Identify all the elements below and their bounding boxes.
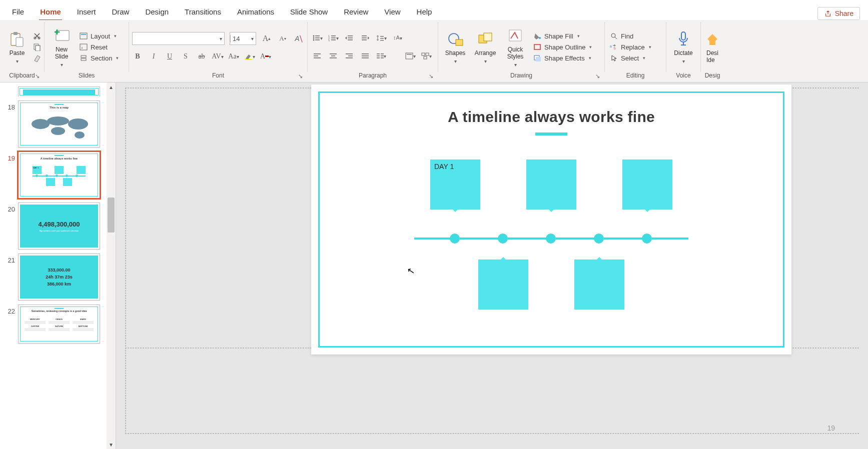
layout-dropdown-icon[interactable]: ▾ (114, 34, 117, 38)
paste-dropdown-icon[interactable]: ▾ (16, 58, 19, 64)
columns-icon[interactable]: ▾ (375, 50, 388, 62)
font-name-combo[interactable]: ▾ (132, 32, 225, 45)
shapes-button[interactable]: Shapes▾ (441, 24, 469, 70)
shape-fill-button[interactable]: Shape Fill▾ (531, 32, 601, 40)
tab-draw[interactable]: Draw (104, 4, 137, 20)
smartart-icon[interactable]: ▾ (420, 50, 433, 62)
svg-rect-39 (314, 58, 321, 58)
select-button[interactable]: Select▾ (608, 54, 663, 62)
share-label: Share (835, 10, 853, 18)
section-button[interactable]: Section ▾ (78, 54, 126, 62)
title-accent (535, 132, 567, 136)
change-case-icon[interactable]: Aa▾ (228, 51, 239, 62)
slide-thumb[interactable]: 21 333,000.00 24h 37m 23s 386,000 km (0, 252, 107, 302)
shadow-icon[interactable]: S (180, 51, 191, 62)
new-slide-dropdown-icon[interactable]: ▾ (61, 62, 63, 68)
highlight-icon[interactable]: ▾ (244, 51, 255, 62)
timeline-callout-top[interactable] (526, 160, 576, 210)
timeline-callout-top[interactable]: DAY 1 (430, 160, 480, 210)
italic-icon[interactable]: I (148, 51, 159, 62)
timeline-dot[interactable] (546, 234, 556, 244)
shape-outline-button[interactable]: Shape Outline▾ (531, 43, 601, 51)
tab-help[interactable]: Help (409, 4, 440, 20)
line-spacing-icon[interactable]: ▾ (375, 32, 388, 44)
slide-canvas-area[interactable]: A timeline always works fine DAY 1 (116, 82, 868, 449)
section-dropdown-icon[interactable]: ▾ (116, 56, 119, 60)
menu-tabs: File Home Insert Draw Design Transitions… (0, 0, 868, 20)
numbering-icon[interactable]: 123▾ (327, 32, 340, 44)
reset-button[interactable]: Reset (78, 43, 126, 51)
copy-icon[interactable] (33, 43, 41, 51)
font-launcher-icon[interactable]: ↘ (298, 73, 305, 80)
replace-button[interactable]: ab Replace▾ (608, 43, 663, 51)
align-left-icon[interactable] (311, 50, 324, 62)
scrollbar-thumb[interactable] (108, 198, 115, 232)
clear-formatting-icon[interactable]: A⧹ (293, 33, 304, 44)
find-button[interactable]: Find (608, 32, 663, 40)
increase-font-icon[interactable]: A▴ (261, 33, 272, 44)
font-name-input[interactable] (133, 35, 218, 42)
tab-home[interactable]: Home (32, 4, 69, 20)
scroll-down-icon[interactable]: ▼ (107, 440, 116, 449)
timeline-dot[interactable] (594, 234, 604, 244)
cut-icon[interactable] (33, 32, 41, 40)
font-size-input[interactable] (230, 35, 249, 42)
shape-effects-button[interactable]: Shape Effects▾ (531, 54, 601, 62)
scroll-up-icon[interactable]: ▲ (107, 82, 116, 92)
quick-styles-button[interactable]: Quick Styles▾ (501, 24, 529, 70)
tab-file[interactable]: File (4, 4, 32, 20)
layout-button[interactable]: Layout ▾ (78, 32, 126, 40)
tab-slide-show[interactable]: Slide Show (282, 4, 336, 20)
font-color-icon[interactable]: A▾ (260, 51, 271, 62)
tab-review[interactable]: Review (336, 4, 376, 20)
font-size-combo[interactable]: ▾ (230, 32, 256, 45)
slide-thumb[interactable]: 22 Sometimes, reviewing concepts is a go… (0, 302, 107, 346)
paste-button[interactable]: Paste ▾ (3, 24, 31, 70)
strike-icon[interactable]: ab (196, 51, 207, 62)
timeline-dot[interactable] (450, 234, 460, 244)
thumb-scrollbar[interactable]: ▲ ▼ (107, 82, 116, 449)
paragraph-launcher-icon[interactable]: ↘ (429, 73, 436, 80)
tab-insert[interactable]: Insert (69, 4, 104, 20)
slide-thumb[interactable]: 20 4,498,300,000 Big numbers catch your … (0, 200, 107, 252)
align-right-icon[interactable] (343, 50, 356, 62)
tab-view[interactable]: View (376, 4, 408, 20)
clipboard-launcher-icon[interactable]: ↘ (35, 73, 42, 80)
text-direction-icon[interactable]: ↕A▾ (391, 32, 404, 44)
dictate-button[interactable]: Dictate▾ (669, 24, 697, 70)
font-name-dropdown-icon[interactable]: ▾ (218, 36, 224, 42)
align-center-icon[interactable] (327, 50, 340, 62)
bold-icon[interactable]: B (132, 51, 143, 62)
increase-indent-icon[interactable] (359, 32, 372, 44)
decrease-font-icon[interactable]: A▾ (277, 33, 288, 44)
tab-design[interactable]: Design (137, 4, 177, 20)
underline-icon[interactable]: U (164, 51, 175, 62)
design-ideas-button[interactable]: Desi Ide (704, 24, 721, 70)
new-slide-button[interactable]: New Slide ▾ (48, 24, 76, 70)
justify-icon[interactable] (359, 50, 372, 62)
slide-thumb-selected[interactable]: 19 A timeline always works fine DAY 1 (0, 150, 107, 200)
timeline-dot[interactable] (498, 234, 508, 244)
bullets-icon[interactable]: ▾ (311, 32, 324, 44)
timeline-dot[interactable] (642, 234, 652, 244)
arrange-button[interactable]: Arrange▾ (471, 24, 499, 70)
timeline-callout-bottom[interactable] (478, 260, 528, 310)
align-text-icon[interactable]: ▾ (404, 50, 417, 62)
svg-text:↕A: ↕A (393, 34, 400, 40)
slide-thumb[interactable]: 18 This is a map (0, 98, 107, 150)
share-button[interactable]: Share (817, 7, 860, 20)
slide[interactable]: A timeline always works fine DAY 1 (311, 84, 791, 354)
slide-thumb[interactable] (0, 84, 107, 98)
tab-animations[interactable]: Animations (229, 4, 282, 20)
char-spacing-icon[interactable]: AV▾ (212, 51, 223, 62)
timeline[interactable]: DAY 1 ↖ (311, 160, 791, 340)
font-size-dropdown-icon[interactable]: ▾ (249, 36, 256, 42)
timeline-callout-top[interactable] (622, 160, 672, 210)
tab-transitions[interactable]: Transitions (177, 4, 229, 20)
callout-label[interactable]: DAY 1 (434, 162, 454, 170)
slide-title[interactable]: A timeline always works fine (311, 108, 791, 126)
format-painter-icon[interactable] (33, 54, 41, 62)
timeline-callout-bottom[interactable] (574, 260, 624, 310)
decrease-indent-icon[interactable] (343, 32, 356, 44)
drawing-launcher-icon[interactable]: ↘ (595, 73, 602, 80)
